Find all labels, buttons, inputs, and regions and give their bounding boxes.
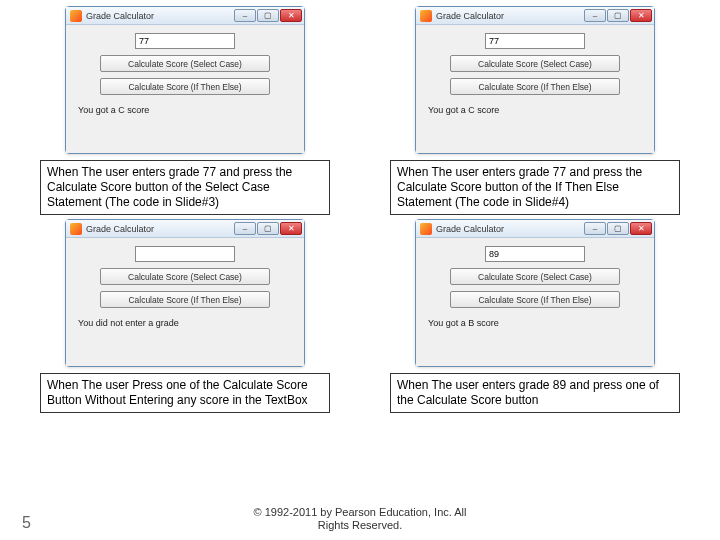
calc-if-then-else-button[interactable]: Calculate Score (If Then Else) (100, 291, 270, 308)
titlebar: Grade Calculator – ▢ ✕ (66, 220, 304, 238)
titlebar: Grade Calculator – ▢ ✕ (416, 220, 654, 238)
caption-1: When The user enters grade 77 and press … (390, 160, 680, 215)
calc-if-then-else-button[interactable]: Calculate Score (If Then Else) (450, 291, 620, 308)
caption-3: When The user enters grade 89 and press … (390, 373, 680, 413)
quadrant-2: Grade Calculator – ▢ ✕ Calculate Score (… (40, 219, 330, 367)
result-label: You got a C score (428, 105, 499, 115)
slide-grid: Grade Calculator – ▢ ✕ 77 Calculate Scor… (0, 0, 720, 413)
result-label: You did not enter a grade (78, 318, 179, 328)
maximize-button[interactable]: ▢ (257, 9, 279, 22)
calc-select-case-button[interactable]: Calculate Score (Select Case) (100, 268, 270, 285)
titlebar: Grade Calculator – ▢ ✕ (416, 7, 654, 25)
footer: 5 © 1992-2011 by Pearson Education, Inc.… (0, 506, 720, 532)
close-button[interactable]: ✕ (280, 222, 302, 235)
copyright: © 1992-2011 by Pearson Education, Inc. A… (254, 506, 467, 532)
window-buttons: – ▢ ✕ (234, 222, 302, 235)
result-label: You got a B score (428, 318, 499, 328)
app-icon (420, 10, 432, 22)
copyright-line2: Rights Reserved. (318, 519, 402, 531)
calc-select-case-button[interactable]: Calculate Score (Select Case) (450, 268, 620, 285)
app-icon (70, 10, 82, 22)
grade-input[interactable]: 89 (485, 246, 585, 262)
minimize-button[interactable]: – (234, 9, 256, 22)
app-icon (420, 223, 432, 235)
grade-input[interactable]: 77 (135, 33, 235, 49)
grade-input-value: 77 (489, 36, 499, 46)
titlebar: Grade Calculator – ▢ ✕ (66, 7, 304, 25)
minimize-button[interactable]: – (234, 222, 256, 235)
result-label: You got a C score (78, 105, 149, 115)
window-buttons: – ▢ ✕ (234, 9, 302, 22)
close-button[interactable]: ✕ (630, 9, 652, 22)
window-title: Grade Calculator (436, 224, 584, 234)
client-area: 77 Calculate Score (Select Case) Calcula… (416, 25, 654, 153)
calc-if-then-else-button[interactable]: Calculate Score (If Then Else) (450, 78, 620, 95)
minimize-button[interactable]: – (584, 222, 606, 235)
grade-input[interactable]: 77 (485, 33, 585, 49)
grade-input-value: 89 (489, 249, 499, 259)
calc-if-then-else-button[interactable]: Calculate Score (If Then Else) (100, 78, 270, 95)
caption-2: When The user Press one of the Calculate… (40, 373, 330, 413)
maximize-button[interactable]: ▢ (607, 9, 629, 22)
minimize-button[interactable]: – (584, 9, 606, 22)
window-buttons: – ▢ ✕ (584, 222, 652, 235)
maximize-button[interactable]: ▢ (607, 222, 629, 235)
copyright-line1: © 1992-2011 by Pearson Education, Inc. A… (254, 506, 467, 518)
client-area: 89 Calculate Score (Select Case) Calcula… (416, 238, 654, 366)
slide-number: 5 (22, 514, 31, 532)
calc-select-case-button[interactable]: Calculate Score (Select Case) (450, 55, 620, 72)
quadrant-0: Grade Calculator – ▢ ✕ 77 Calculate Scor… (40, 6, 330, 154)
app-window: Grade Calculator – ▢ ✕ Calculate Score (… (65, 219, 305, 367)
app-window: Grade Calculator – ▢ ✕ 77 Calculate Scor… (415, 6, 655, 154)
app-window: Grade Calculator – ▢ ✕ 77 Calculate Scor… (65, 6, 305, 154)
app-window: Grade Calculator – ▢ ✕ 89 Calculate Scor… (415, 219, 655, 367)
quadrant-3: Grade Calculator – ▢ ✕ 89 Calculate Scor… (390, 219, 680, 367)
client-area: Calculate Score (Select Case) Calculate … (66, 238, 304, 366)
window-title: Grade Calculator (436, 11, 584, 21)
caption-0: When The user enters grade 77 and press … (40, 160, 330, 215)
window-buttons: – ▢ ✕ (584, 9, 652, 22)
maximize-button[interactable]: ▢ (257, 222, 279, 235)
client-area: 77 Calculate Score (Select Case) Calcula… (66, 25, 304, 153)
quadrant-1: Grade Calculator – ▢ ✕ 77 Calculate Scor… (390, 6, 680, 154)
calc-select-case-button[interactable]: Calculate Score (Select Case) (100, 55, 270, 72)
window-title: Grade Calculator (86, 11, 234, 21)
app-icon (70, 223, 82, 235)
close-button[interactable]: ✕ (280, 9, 302, 22)
close-button[interactable]: ✕ (630, 222, 652, 235)
grade-input-value: 77 (139, 36, 149, 46)
window-title: Grade Calculator (86, 224, 234, 234)
grade-input[interactable] (135, 246, 235, 262)
